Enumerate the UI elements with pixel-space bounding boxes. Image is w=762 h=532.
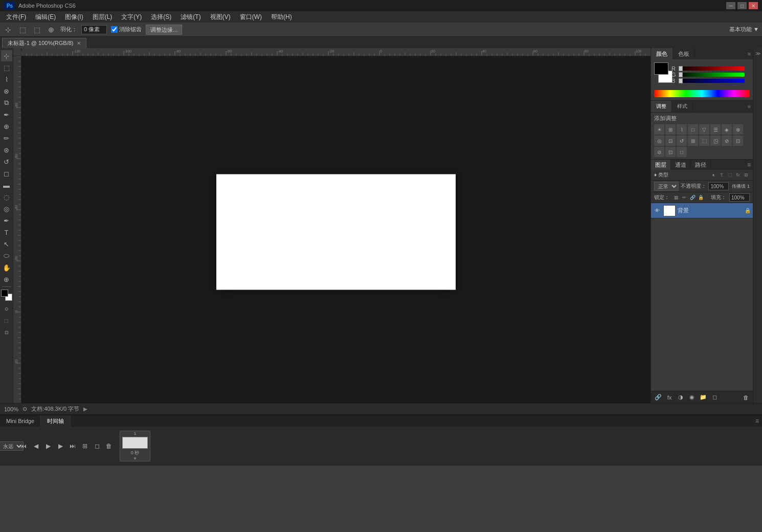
menu-view[interactable]: 视图(V) [206, 12, 235, 23]
quick-mask-button[interactable]: ⊙ [1, 303, 12, 315]
fill-input[interactable] [729, 193, 750, 202]
antialias-checkbox[interactable]: 消除锯齿 [111, 26, 142, 33]
first-frame-button[interactable]: ⏮ [18, 441, 29, 451]
adj-vibrance[interactable]: ☰ [710, 124, 721, 135]
adj-brightness[interactable]: ☀ [654, 124, 664, 135]
adj-other[interactable]: □ [677, 147, 687, 157]
adj-levels[interactable]: ⊞ [665, 124, 676, 135]
brush-tool[interactable]: ✏ [1, 132, 12, 144]
delete-layer-button[interactable]: 🗑 [741, 393, 751, 402]
canvas-area[interactable] [13, 48, 651, 403]
pen-tool[interactable]: ✒ [1, 215, 12, 226]
fg-color-preview[interactable] [654, 62, 668, 75]
adj-posterize[interactable]: ◳ [710, 136, 721, 146]
adj-shadow-highlight[interactable]: ⊘ [654, 147, 664, 157]
layer-visibility-icon[interactable]: 👁 [653, 207, 661, 215]
color-spectrum[interactable] [654, 90, 750, 97]
adj-hdr-toning[interactable]: ⊡ [665, 147, 676, 157]
opacity-input[interactable] [708, 182, 729, 190]
foreground-color[interactable] [1, 290, 8, 297]
move-tool[interactable]: ⊹ [1, 50, 12, 61]
paths-tab[interactable]: 路径 [691, 160, 711, 170]
minimize-button[interactable]: ─ [726, 2, 735, 9]
adj-hue-sat[interactable]: ◈ [722, 124, 732, 135]
screen-mode-button2[interactable]: ⊡ [1, 327, 12, 338]
menu-image[interactable]: 图像(I) [61, 12, 87, 23]
tween-button[interactable]: ⊞ [80, 441, 90, 451]
quick-select-tool[interactable]: ⊗ [1, 85, 12, 97]
status-arrow[interactable]: ▶ [83, 406, 87, 412]
filter-effect-icon[interactable]: ⊞ [743, 171, 750, 179]
panel-collapse-icon[interactable]: ≫ [754, 49, 762, 57]
crop-tool[interactable]: ⧉ [1, 97, 12, 108]
adj-selective-color[interactable]: ⊡ [733, 136, 743, 146]
menu-layer[interactable]: 图层(L) [88, 12, 117, 23]
menu-help[interactable]: 帮助(H) [267, 12, 296, 23]
close-button[interactable]: ✕ [749, 2, 758, 9]
add-mask-button[interactable]: ◑ [676, 393, 686, 402]
menu-window[interactable]: 窗口(W) [236, 12, 266, 23]
filter-shape-icon[interactable]: ⬚ [726, 171, 733, 179]
styles-tab[interactable]: 样式 [672, 101, 693, 112]
adj-color-lookup[interactable]: ⊞ [688, 136, 698, 146]
link-layers-button[interactable]: 🔗 [653, 393, 663, 402]
swatches-tab[interactable]: 色板 [673, 48, 695, 59]
filter-text-icon[interactable]: T [718, 171, 725, 179]
adj-threshold[interactable]: ⊘ [722, 136, 732, 146]
antialias-check[interactable] [111, 26, 118, 33]
lock-pixels-icon[interactable]: ▦ [673, 194, 680, 201]
zoom-tool[interactable]: ⊕ [1, 274, 12, 285]
text-tool[interactable]: T [1, 227, 12, 238]
adj-exposure[interactable]: □ [688, 124, 698, 135]
hand-tool[interactable]: ✋ [1, 262, 12, 273]
color-tab[interactable]: 颜色 [651, 48, 673, 59]
layers-tab[interactable]: 图层 [651, 160, 671, 170]
b-slider[interactable] [679, 79, 745, 83]
adj-invert[interactable]: ⬚ [699, 136, 709, 146]
frame-delay-arrow[interactable]: ▼ [133, 456, 137, 461]
menu-filter[interactable]: 滤镜(T) [176, 12, 205, 23]
menu-text[interactable]: 文字(Y) [117, 12, 146, 23]
path-selection-tool[interactable]: ↖ [1, 238, 12, 250]
history-brush-tool[interactable]: ↺ [1, 156, 12, 167]
document-tab[interactable]: 未标题-1 @ 100%(RGB/8) ✕ [2, 38, 86, 48]
clone-tool[interactable]: ⊛ [1, 144, 12, 156]
adj-color-balance[interactable]: ⊗ [733, 124, 743, 135]
filter-pixel-icon[interactable]: ♦ [710, 171, 717, 179]
last-frame-button[interactable]: ⏭ [68, 441, 78, 451]
dodge-tool[interactable]: ◎ [1, 203, 12, 214]
adj-channel-mixer[interactable]: ↺ [677, 136, 687, 146]
timeline-tab[interactable]: 时间轴 [41, 415, 71, 427]
feather-input[interactable] [81, 25, 107, 34]
blur-tool[interactable]: ◌ [1, 191, 12, 203]
channels-tab[interactable]: 通道 [671, 160, 691, 170]
adj-gradient-map[interactable]: ▽ [699, 124, 709, 135]
mini-bridge-tab[interactable]: Mini Bridge [0, 415, 41, 427]
tab-close-button[interactable]: ✕ [77, 40, 81, 46]
timeline-frame[interactable]: 1 0 秒 ▼ [120, 431, 150, 461]
workspace-selector[interactable]: 基本功能 ▼ [729, 26, 759, 33]
r-slider[interactable] [679, 66, 745, 71]
menu-edit[interactable]: 编辑(E) [31, 12, 60, 23]
menu-file[interactable]: 文件(F) [2, 12, 30, 23]
delete-frame-button[interactable]: 🗑 [104, 441, 114, 451]
color-pair[interactable] [1, 290, 12, 301]
lock-position-icon[interactable]: 🔗 [689, 194, 696, 201]
panel-menu-button[interactable]: ≡ [748, 51, 753, 57]
copy-frame-button[interactable]: ◻ [92, 441, 102, 451]
marquee-tool[interactable]: ⬚ [1, 62, 12, 73]
lock-all-icon[interactable]: 🔒 [697, 194, 704, 201]
blend-mode-select[interactable]: 正常 [654, 182, 679, 191]
adjust-edge-button[interactable]: 调整边缘... [146, 25, 182, 35]
add-style-button[interactable]: fx [664, 393, 675, 402]
play-button[interactable]: ▶ [43, 441, 53, 451]
adj-photo-filter[interactable]: ⊡ [665, 136, 676, 146]
new-layer-button[interactable]: ◻ [709, 393, 720, 402]
g-slider[interactable] [679, 73, 745, 77]
screen-mode-button[interactable]: ⬚ [1, 315, 12, 326]
shape-tool[interactable]: ⬭ [1, 250, 12, 261]
menu-select[interactable]: 选择(S) [147, 12, 175, 23]
gradient-tool[interactable]: ▬ [1, 180, 12, 191]
lock-paint-icon[interactable]: ✏ [681, 194, 688, 201]
layer-row[interactable]: 👁 背景 🔒 [651, 203, 753, 218]
